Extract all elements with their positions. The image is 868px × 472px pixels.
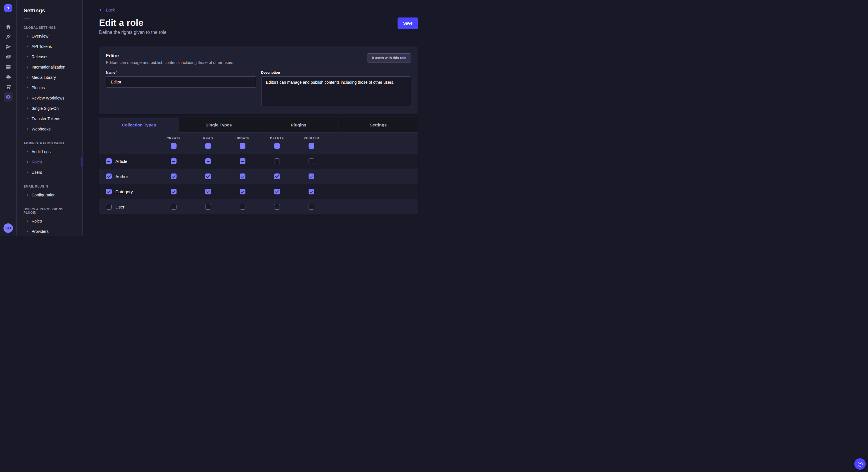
select-all-publish-checkbox[interactable] <box>309 143 314 149</box>
sidebar-item-roles[interactable]: Roles <box>17 216 82 226</box>
row-label: User <box>115 204 125 209</box>
select-all-update-checkbox[interactable] <box>240 143 245 149</box>
layout-icon[interactable] <box>4 62 13 71</box>
feather-icon[interactable] <box>4 32 13 41</box>
select-row-user-checkbox[interactable] <box>106 204 112 210</box>
select-all-delete-checkbox[interactable] <box>274 143 280 149</box>
table-row-article: Article <box>99 154 418 169</box>
checkbox-author-publish[interactable] <box>309 173 314 179</box>
sidebar-item-users[interactable]: Users <box>17 167 82 177</box>
checkbox-article-publish[interactable] <box>309 158 314 164</box>
sidebar-item-transfer-tokens[interactable]: Transfer Tokens <box>17 113 82 124</box>
row-label-cell: User <box>99 204 156 210</box>
checkbox-user-read[interactable] <box>205 204 211 210</box>
name-input[interactable] <box>106 76 256 88</box>
settings-sidebar: Settings GLOBAL SETTINGSOverviewAPI Toke… <box>17 0 83 236</box>
checkbox-article-read[interactable] <box>205 158 211 164</box>
checkbox-user-delete[interactable] <box>274 204 280 210</box>
checkbox-author-read[interactable] <box>205 173 211 179</box>
rail-bottom: KD <box>0 220 17 236</box>
bullet-icon <box>27 221 28 222</box>
sidebar-item-audit-logs[interactable]: Audit Logs <box>17 146 82 157</box>
permissions-header-row: CREATEREADUPDATEDELETEPUBLISH <box>99 133 418 154</box>
sidebar-item-label: Plugins <box>32 86 45 90</box>
page-header: Edit a role Define the rights given to t… <box>99 18 418 35</box>
select-row-author-checkbox[interactable] <box>106 173 112 179</box>
checkbox-category-create[interactable] <box>171 189 177 194</box>
checkbox-user-publish[interactable] <box>309 204 314 210</box>
sidebar-item-plugins[interactable]: Plugins <box>17 82 82 93</box>
title-divider <box>24 18 30 19</box>
permission-cell <box>260 158 294 164</box>
sidebar-item-review-workflows[interactable]: Review Workflows <box>17 93 82 103</box>
sidebar-title: Settings <box>24 7 82 14</box>
column-label: CREATE <box>166 136 181 140</box>
sidebar-item-single-sign-on[interactable]: Single Sign-On <box>17 103 82 113</box>
checkbox-category-publish[interactable] <box>309 189 314 194</box>
paper-plane-icon[interactable] <box>4 42 13 51</box>
column-header-delete: DELETE <box>260 136 294 149</box>
permission-cell <box>156 158 191 164</box>
home-icon[interactable] <box>4 22 13 31</box>
description-textarea[interactable]: Editors can manage and publish contents … <box>261 76 411 106</box>
strapi-logo[interactable] <box>4 4 12 12</box>
cart-icon[interactable] <box>4 82 13 92</box>
save-button[interactable]: Save <box>398 18 418 29</box>
sidebar-item-internationalization[interactable]: Internationalization <box>17 62 82 72</box>
permission-cell <box>260 189 294 194</box>
gear-icon[interactable] <box>4 92 13 102</box>
sidebar-item-releases[interactable]: Releases <box>17 52 82 62</box>
sidebar-item-webhooks[interactable]: Webhooks <box>17 124 82 134</box>
avatar[interactable]: KD <box>3 224 13 233</box>
checkbox-user-update[interactable] <box>240 204 245 210</box>
permission-cell <box>260 204 294 210</box>
tab-plugins[interactable]: Plugins <box>259 117 338 133</box>
name-field-group: Name* <box>106 71 256 107</box>
media-library-icon[interactable] <box>4 52 13 61</box>
sidebar-item-roles[interactable]: Roles <box>17 157 82 167</box>
sidebar-item-label: Releases <box>32 55 48 59</box>
sidebar-item-api-tokens[interactable]: API Tokens <box>17 41 82 52</box>
checkbox-author-update[interactable] <box>240 173 245 179</box>
column-label: READ <box>203 136 213 140</box>
tab-single-types[interactable]: Single Types <box>179 117 259 133</box>
checkbox-article-update[interactable] <box>240 158 245 164</box>
select-row-category-checkbox[interactable] <box>106 189 112 194</box>
section-label: ADMINISTRATION PANEL <box>24 141 75 145</box>
column-header-create: CREATE <box>156 136 191 149</box>
tab-settings[interactable]: Settings <box>338 117 418 133</box>
cloud-icon[interactable] <box>4 72 13 81</box>
checkbox-author-delete[interactable] <box>274 173 280 179</box>
required-asterisk: * <box>116 71 117 74</box>
sidebar-item-label: Internationalization <box>32 65 65 69</box>
bullet-icon <box>27 108 28 109</box>
checkbox-author-create[interactable] <box>171 173 177 179</box>
checkbox-category-delete[interactable] <box>274 189 280 194</box>
users-count-badge: 0 users with this role <box>367 53 411 63</box>
row-label: Author <box>115 174 128 179</box>
row-label-cell: Category <box>99 189 156 194</box>
select-row-article-checkbox[interactable] <box>106 158 112 164</box>
select-all-read-checkbox[interactable] <box>205 143 211 149</box>
sidebar-item-configuration[interactable]: Configuration <box>17 190 82 200</box>
row-label: Category <box>115 189 133 194</box>
sidebar-item-media-library[interactable]: Media Library <box>17 72 82 82</box>
checkbox-article-delete[interactable] <box>274 158 280 164</box>
permissions-tabs: Collection TypesSingle TypesPluginsSetti… <box>99 117 418 133</box>
permission-cell <box>191 189 225 194</box>
select-all-create-checkbox[interactable] <box>171 143 177 149</box>
back-link[interactable]: Back <box>99 8 115 12</box>
checkbox-category-read[interactable] <box>205 189 211 194</box>
checkbox-category-update[interactable] <box>240 189 245 194</box>
column-label: DELETE <box>270 136 284 140</box>
checkbox-article-create[interactable] <box>171 158 177 164</box>
checkbox-user-create[interactable] <box>171 204 177 210</box>
tab-collection-types[interactable]: Collection Types <box>99 117 179 133</box>
role-name-heading: Editor <box>106 53 235 59</box>
row-label: Article <box>115 159 127 164</box>
main-content: Back Edit a role Define the rights given… <box>83 0 434 236</box>
sidebar-item-providers[interactable]: Providers <box>17 226 82 236</box>
table-row-category: Category <box>99 184 418 199</box>
sidebar-item-label: Overview <box>32 34 48 38</box>
sidebar-item-overview[interactable]: Overview <box>17 31 82 41</box>
